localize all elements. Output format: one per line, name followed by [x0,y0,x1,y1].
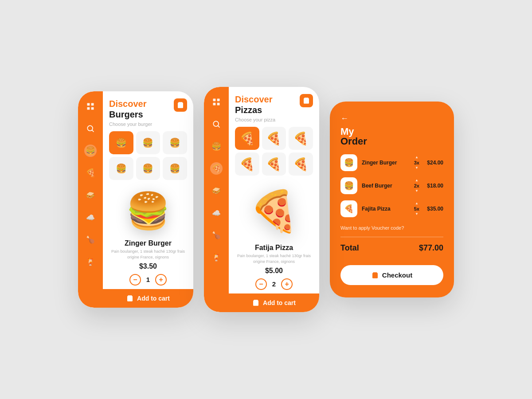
order-item-3-qty-col: ▲ 5x ▼ [414,202,419,216]
order-item-2-up[interactable]: ▲ [415,179,419,182]
svg-rect-10 [213,103,216,106]
burger-subtitle: Choose your burger [109,121,187,127]
pizza-featured: 🍕 Fatija Pizza Pain boulanger, 1 steak h… [235,180,313,293]
order-item-3-up[interactable]: ▲ [415,202,419,205]
pizza-sidebar-cocktail-icon[interactable]: 🍹 [210,251,223,263]
pizza-main: Discover Pizzas Choose your pizza 🍕 🍕 🍕 … [229,87,319,312]
burger-thumb-6[interactable]: 🍔 [163,157,187,180]
pizza-screen: 🍔 🍕 🥪 ☁️ 🍗 🍹 Discover Pizzas [204,87,319,312]
burger-qty-plus[interactable]: + [155,274,167,286]
total-amount: $77.00 [419,243,443,253]
order-item-3-down[interactable]: ▼ [415,212,419,216]
pizza-thumb-4[interactable]: 🍕 [235,153,259,176]
burger-qty-row: − 1 + [129,274,167,286]
burger-thumb-grid: 🍔 🍔 🍔 🍔 🍔 🍔 [109,131,187,180]
pizza-sidebar-search-icon[interactable] [210,118,223,130]
order-item-2: 🍔 Beef Burger ▲ 2x ▼ $18.00 [340,177,443,194]
burger-main: Discover Burgers Choose your burger 🍔 🍔 … [103,91,193,307]
svg-point-4 [87,126,93,131]
order-title: My Order [340,127,443,146]
order-title-order: Order [340,137,443,146]
svg-line-5 [92,130,94,132]
pizza-category: Pizzas [235,105,273,115]
burger-featured-img: 🍔 [113,184,184,238]
voucher-row[interactable]: Want to apply Voucher code? [340,225,443,237]
total-label: Total [340,243,359,253]
svg-rect-11 [217,103,220,106]
sidebar-cocktail-icon[interactable]: 🍹 [84,255,97,268]
order-item-1-up[interactable]: ▲ [415,156,419,159]
voucher-text: Want to apply Voucher code? [340,225,404,231]
sidebar-pizza: 🍔 🍕 🥪 ☁️ 🍗 🍹 [204,87,229,312]
svg-point-12 [213,121,219,127]
order-back-btn[interactable]: ← [340,114,348,123]
pizza-sidebar-grid-icon[interactable] [210,96,223,108]
sidebar-search-icon[interactable] [84,122,97,135]
pizza-qty-plus[interactable]: + [281,278,293,290]
burger-cart-btn[interactable] [174,98,187,112]
order-panel: ← My Order 🍔 Zinger Burger ▲ 3x ▼ $24.00… [330,102,454,297]
checkout-label: Checkout [382,271,412,279]
pizza-qty-minus[interactable]: − [255,278,267,290]
sidebar-pizza-icon[interactable]: 🍕 [84,167,97,179]
order-item-1-img: 🍔 [340,154,357,171]
pizza-add-to-cart[interactable]: Add to cart [229,293,319,312]
sidebar-sandwich-icon[interactable]: 🥪 [84,189,97,201]
burger-thumb-2[interactable]: 🍔 [136,131,160,154]
pizza-qty-row: − 2 + [255,278,293,290]
sidebar-grid-icon[interactable] [84,100,97,113]
burger-thumb-5[interactable]: 🍔 [136,157,160,180]
svg-rect-8 [213,99,216,102]
pizza-thumb-1[interactable]: 🍕 [235,127,259,150]
burger-screen: 🍔 🍕 🥪 ☁️ 🍗 🍹 Discover Burgers [78,91,193,307]
order-item-2-qty: 2x [414,183,419,188]
pizza-thumb-3[interactable]: 🍕 [289,127,313,150]
order-item-3-price: $35.00 [424,206,443,212]
pizza-thumb-5[interactable]: 🍕 [262,153,286,176]
burger-featured-price: $3.50 [139,262,157,270]
order-item-3: 🍕 Fajita Pizza ▲ 5x ▼ $35.00 [340,200,443,217]
order-item-2-img: 🍔 [340,177,357,194]
burger-thumb-4[interactable]: 🍔 [109,157,133,180]
sidebar-cloud-icon[interactable]: ☁️ [84,211,97,223]
pizza-sidebar-sandwich-icon[interactable]: 🥪 [210,184,223,197]
pizza-cart-btn[interactable] [300,94,313,107]
order-item-1-down[interactable]: ▼ [415,166,419,170]
pizza-thumb-2[interactable]: 🍕 [262,127,286,150]
svg-rect-3 [91,107,94,110]
order-item-2-down[interactable]: ▼ [415,189,419,193]
svg-rect-0 [87,103,90,106]
pizza-sidebar-burger-icon[interactable]: 🍔 [210,140,223,153]
pizza-sidebar-chicken-icon[interactable]: 🍗 [210,229,223,241]
pizza-sidebar-cloud-icon[interactable]: ☁️ [210,207,223,219]
burger-featured-name: Zinger Burger [125,239,172,247]
pizza-featured-desc: Pain boulanger, 1 steak haché 130gr frai… [237,253,311,264]
sidebar-chicken-icon[interactable]: 🍗 [84,233,97,246]
burger-add-to-cart[interactable]: Add to cart [103,289,193,308]
order-item-2-name: Beef Burger [362,183,410,189]
burger-thumb-1[interactable]: 🍔 [109,131,133,154]
burger-qty-minus[interactable]: − [129,274,141,286]
pizza-subtitle: Choose your pizza [235,117,313,122]
order-item-1-qty: 3x [414,160,419,165]
sidebar-burger-icon[interactable]: 🍔 [84,145,97,157]
pizza-thumb-6[interactable]: 🍕 [289,153,313,176]
order-item-2-price: $18.00 [424,183,443,189]
pizza-sidebar-pizza-icon[interactable]: 🍕 [210,162,223,175]
pizza-featured-name: Fatija Pizza [255,244,293,252]
svg-line-13 [218,126,219,128]
order-item-1-qty-col: ▲ 3x ▼ [414,156,419,170]
order-item-1-price: $24.00 [424,160,443,166]
checkout-button[interactable]: Checkout [340,265,443,285]
order-title-my: My [340,127,443,137]
order-item-1: 🍔 Zinger Burger ▲ 3x ▼ $24.00 [340,154,443,171]
burger-thumb-3[interactable]: 🍔 [163,131,187,154]
pizza-featured-price: $5.00 [265,267,283,275]
pizza-qty-val: 2 [272,280,276,288]
order-item-3-img: 🍕 [340,200,357,217]
order-item-3-name: Fajita Pizza [362,206,410,212]
burger-discover: Discover [109,98,147,109]
pizza-thumb-grid: 🍕 🍕 🍕 🍕 🍕 🍕 [235,127,313,176]
pizza-featured-img: 🍕 [239,180,309,242]
burger-featured: 🍔 Zinger Burger Pain boulanger, 1 steak … [109,184,187,289]
